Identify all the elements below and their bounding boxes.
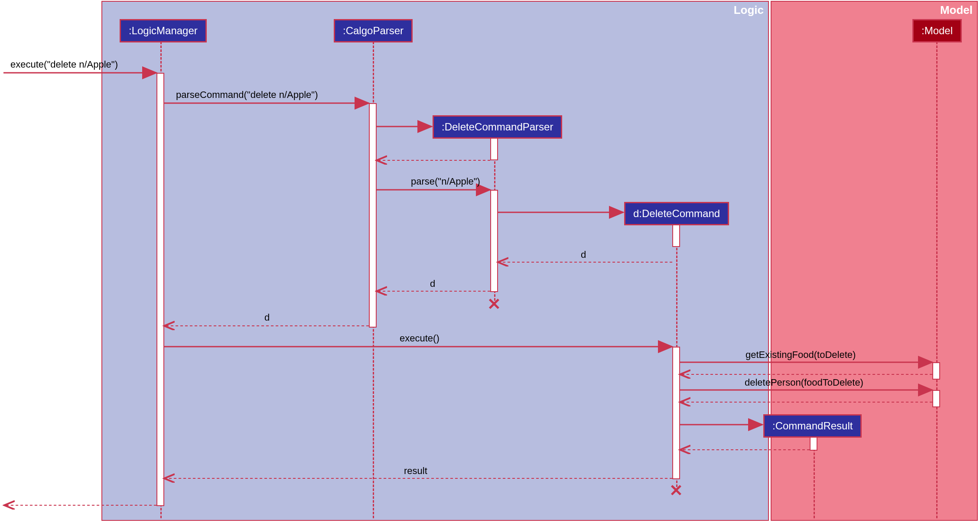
msg-parse: parse("n/Apple") (411, 176, 480, 187)
msg-getexisting: getExistingFood(toDelete) (746, 349, 856, 361)
msg-return-d2: d (430, 278, 435, 289)
activation-dcp-1 (490, 138, 498, 160)
msg-result: result (404, 465, 427, 477)
participant-logicmanager: :LogicManager (120, 19, 207, 42)
activation-model-2 (932, 390, 940, 407)
participant-model: :Model (912, 19, 962, 42)
activation-model-1 (932, 362, 940, 380)
frame-model-title: Model (940, 3, 973, 17)
msg-deleteperson: deletePerson(foodToDelete) (745, 377, 863, 388)
activation-dc-2 (672, 347, 680, 479)
activation-dcp-2 (490, 190, 498, 292)
frame-logic: Logic (101, 1, 769, 521)
activation-cr-1 (810, 437, 817, 451)
msg-parsecommand: parseCommand("delete n/Apple") (176, 89, 318, 101)
frame-model: Model (771, 1, 978, 521)
msg-return-d1: d (581, 249, 586, 260)
msg-execute: execute("delete n/Apple") (10, 59, 118, 70)
frame-logic-title: Logic (734, 3, 764, 17)
destroy-deletecommand: ✕ (669, 481, 683, 500)
activation-calgoparser (369, 103, 377, 328)
activation-dc-1 (672, 224, 680, 247)
activation-logicmanager (156, 73, 164, 506)
msg-execute2: execute() (400, 333, 440, 344)
participant-calgoparser: :CalgoParser (334, 19, 413, 42)
participant-deletecommand: d:DeleteCommand (624, 202, 729, 225)
participant-deletecommandparser: :DeleteCommandParser (433, 115, 562, 139)
lifeline-model (936, 42, 938, 518)
msg-return-d3: d (264, 312, 270, 323)
participant-commandresult: :CommandResult (763, 414, 862, 438)
destroy-deletecommandparser: ✕ (487, 295, 501, 314)
